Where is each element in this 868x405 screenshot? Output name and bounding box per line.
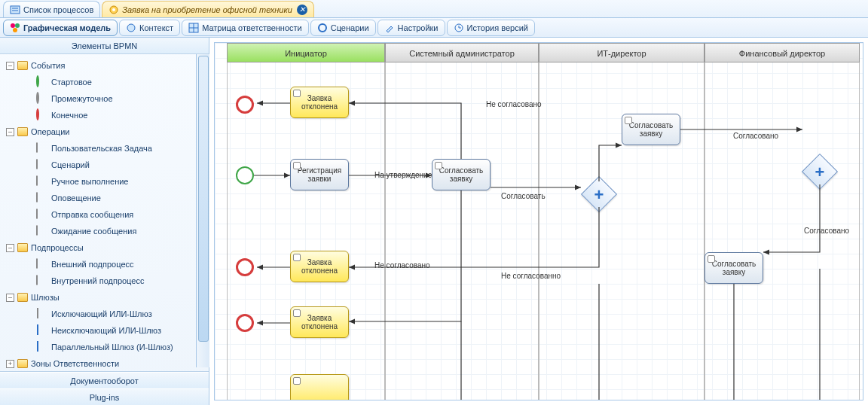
flow-label: На утверждение [374, 171, 432, 179]
task-label: Заявка отклонена [292, 94, 347, 111]
tab-label: Заявка на приобретение офисной техники [122, 5, 292, 14]
folder-icon [17, 61, 28, 70]
tab-scenarios[interactable]: Сценарии [310, 20, 376, 36]
tree-label: Внутренний подпроцесс [51, 276, 144, 285]
folder-icon [17, 127, 28, 136]
tree-label: Пользовательская Задача [51, 144, 152, 153]
script-icon [293, 377, 301, 385]
svg-point-5 [11, 23, 15, 28]
sidebar-panel-documents[interactable]: Документооборот [0, 372, 209, 388]
tab-context[interactable]: Контекст [119, 20, 180, 36]
palette-intermediate-event[interactable]: Промежуточное [2, 90, 207, 107]
palette-exclusive-gateway[interactable]: Исключающий ИЛИ-Шлюз [2, 306, 207, 322]
task-register[interactable]: Регистрация заявки [290, 159, 349, 190]
palette-start-event[interactable]: Стартовое [2, 74, 207, 90]
end-event-3[interactable] [236, 314, 254, 332]
palette-script-task[interactable]: Сценарий [2, 157, 207, 173]
tree-label: Отправка сообщения [51, 210, 133, 219]
collapse-icon[interactable]: – [6, 294, 14, 302]
palette-user-task[interactable]: Пользовательская Задача [2, 140, 207, 157]
palette-external-subprocess[interactable]: Внешний подпроцесс [2, 256, 207, 273]
scroll-thumb[interactable] [198, 56, 209, 342]
script-icon [293, 90, 301, 97]
tree-label: Ручное выполнение [51, 177, 128, 186]
gear-icon [317, 23, 328, 33]
lane-header-it-director[interactable]: ИТ-директор [539, 43, 704, 62]
svg-point-4 [112, 8, 115, 11]
tree-label: Внешний подпроцесс [51, 260, 134, 269]
task-label: Регистрация заявки [292, 166, 347, 183]
tree-group-events[interactable]: – События [2, 57, 207, 74]
user-icon [435, 162, 442, 169]
bpmn-palette-tree: – События Стартовое Промежуточное Конечн… [0, 54, 209, 371]
user-icon [625, 117, 632, 124]
task-approve-it[interactable]: Согласовать заявку [622, 114, 680, 145]
task-approve-sys[interactable]: Согласовать заявку [432, 159, 491, 190]
model-icon [10, 23, 20, 33]
lane-header-initiator[interactable]: Инициатор [227, 43, 385, 62]
svg-point-7 [13, 28, 17, 32]
task-label: Заявка отклонена [292, 314, 347, 330]
subtab-label: Сценарии [331, 23, 369, 32]
tree-group-swimlanes[interactable]: + Зоны Ответственности [2, 355, 207, 371]
wrench-icon [384, 23, 395, 33]
tree-label: Шлюзы [31, 293, 60, 302]
palette-parallel-gateway[interactable]: Параллельный Шлюз (И-Шлюз) [2, 339, 207, 355]
tree-group-operations[interactable]: – Операции [2, 123, 207, 140]
palette-notification[interactable]: Оповещение [2, 190, 207, 206]
document-tabs: Список процессов Заявка на приобретение … [0, 0, 868, 18]
task-rejected-3[interactable]: Заявка отклонена [290, 306, 349, 338]
lane-header-fin-director[interactable]: Финансовый директор [704, 43, 860, 62]
tree-label: Стартовое [51, 78, 92, 87]
tab-request[interactable]: Заявка на приобретение офисной техники ✕ [102, 1, 314, 17]
tree-label: Неисключающий ИЛИ-Шлюз [51, 326, 161, 335]
tab-settings[interactable]: Настройки [377, 20, 445, 36]
palette-receive-message[interactable]: Ожидание сообщения [2, 223, 207, 239]
close-icon[interactable]: ✕ [297, 5, 307, 15]
sidebar-footer: Документооборот Plug-ins [0, 371, 209, 405]
task-rejected-1[interactable]: Заявка отклонена [290, 87, 349, 118]
collapse-icon[interactable]: – [6, 128, 14, 136]
palette-manual-task[interactable]: Ручное выполнение [2, 173, 207, 190]
tree-label: Конечное [51, 111, 87, 120]
lane-col [539, 62, 704, 400]
sidebar-title: Элементы BPMN [0, 38, 209, 54]
palette-end-event[interactable]: Конечное [2, 107, 207, 123]
task-rejected-4[interactable] [290, 374, 349, 400]
sidebar-panel-plugins[interactable]: Plug-ins [0, 388, 209, 405]
context-icon [126, 23, 136, 33]
subtab-label: История версий [467, 23, 528, 32]
subtab-label: Матрица ответственности [202, 23, 302, 32]
tab-version-history[interactable]: История версий [447, 20, 535, 36]
process-icon [108, 5, 119, 15]
flow-label: Не согласованно [501, 272, 561, 280]
tree-label: Оповещение [51, 193, 101, 202]
tab-process-list[interactable]: Список процессов [3, 1, 100, 17]
history-icon [454, 23, 464, 33]
palette-internal-subprocess[interactable]: Внутренний подпроцесс [2, 273, 207, 289]
tree-group-subprocesses[interactable]: – Подпроцессы [2, 239, 207, 256]
expand-icon[interactable]: + [6, 360, 14, 368]
collapse-icon[interactable]: – [6, 244, 14, 252]
start-event[interactable] [236, 166, 254, 184]
tree-group-gateways[interactable]: – Шлюзы [2, 289, 207, 306]
diagram-canvas[interactable]: Инициатор Системный администратор ИТ-дир… [214, 42, 863, 400]
end-event-1[interactable] [236, 96, 254, 114]
tree-label: Параллельный Шлюз (И-Шлюз) [51, 343, 173, 352]
subtab-label: Графическая модель [23, 23, 111, 32]
tree-label: Исключающий ИЛИ-Шлюз [51, 309, 152, 318]
subtab-label: Контекст [139, 23, 173, 32]
task-rejected-2[interactable]: Заявка отклонена [290, 251, 349, 282]
end-event-2[interactable] [236, 258, 254, 276]
folder-icon [17, 359, 28, 368]
palette-inclusive-gateway[interactable]: Неисключающий ИЛИ-Шлюз [2, 322, 207, 339]
sidebar-scrollbar[interactable] [196, 54, 209, 367]
lane-header-sysadmin[interactable]: Системный администратор [385, 43, 539, 62]
subtab-label: Настройки [398, 23, 439, 32]
tab-graphic-model[interactable]: Графическая модель [3, 20, 118, 36]
tab-responsibility[interactable]: Матрица ответственности [182, 20, 309, 36]
task-approve-fin[interactable]: Согласовать заявку [704, 252, 763, 284]
palette-send-message[interactable]: Отправка сообщения [2, 206, 207, 223]
script-icon [293, 254, 301, 261]
collapse-icon[interactable]: – [6, 62, 14, 70]
